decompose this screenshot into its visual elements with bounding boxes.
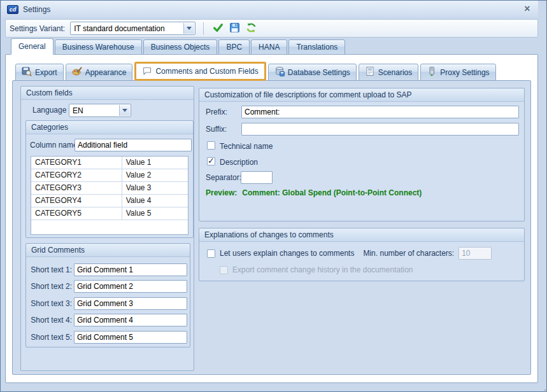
categories-table: CATEGORY1 Value 1 CATEGORY2 Value 2 CATE… [31,156,188,235]
category-cell[interactable]: CATEGORY2 [31,169,122,181]
table-row[interactable]: CATEGORY1 Value 1 [31,157,188,169]
tab-appearance-label: Appearance [85,68,127,77]
explanations-group: Explanations of changes to comments Let … [199,228,525,281]
technical-name-checkbox[interactable] [207,141,215,150]
short-text-5-input[interactable] [74,331,187,344]
refresh-icon [246,22,257,35]
short-text-1-input[interactable] [74,263,187,276]
separator-label: Separator: [206,173,241,182]
prefix-label: Prefix: [206,108,227,116]
save-button[interactable] [226,21,243,36]
customization-group: Customization of file descriptions for c… [199,88,525,221]
tab-export[interactable]: Export [15,64,64,81]
let-users-explain-checkbox[interactable] [207,249,215,258]
refresh-button[interactable] [243,21,259,36]
category-cell[interactable]: CATEGORY5 [31,207,122,220]
column-name-input[interactable] [75,139,192,151]
technical-name-label: Technical name [220,142,273,151]
appearance-icon [72,66,82,78]
table-row[interactable]: CATEGORY3 Value 3 [31,182,188,195]
table-row[interactable]: CATEGORY5 Value 5 [31,207,188,220]
category-cell[interactable]: CATEGORY3 [31,182,122,194]
categories-group-title: Categories [26,121,193,134]
export-history-label: Export comment change history in the doc… [232,265,413,274]
short-text-5-label: Short text 5: [29,333,72,342]
tab-translations[interactable]: Translations [288,39,345,55]
language-label: Language [32,106,66,115]
let-users-explain-label: Let users explain changes to comments [220,249,354,258]
short-text-1-label: Short text 1: [29,265,72,274]
tab-comments-and-custom-fields[interactable]: Comments and Custom Fields [134,62,266,81]
chevron-down-icon[interactable] [183,23,194,34]
preview-line: Preview:Comment: Global Spend (Point-to-… [206,188,422,197]
comments-icon [142,66,152,78]
close-icon[interactable]: × [520,3,534,15]
value-cell[interactable]: Value 3 [122,182,188,194]
short-text-4-input[interactable] [74,314,187,326]
settings-variant-value: IT standard documentation [74,24,165,33]
short-text-3-label: Short text 3: [29,299,72,308]
min-characters-input [458,247,492,260]
tab-scenarios[interactable]: Scenarios [359,64,418,81]
short-text-2-label: Short text 2: [29,282,72,291]
tab-scenarios-label: Scenarios [378,68,412,77]
chevron-down-icon[interactable] [119,105,130,116]
description-label: Description [220,158,258,167]
tab-hana[interactable]: HANA [251,39,287,55]
proxy-icon [427,66,437,78]
settings-variant-toolbar: Settings Variant: IT standard documentat… [5,19,538,38]
language-value: EN [73,106,83,115]
main-tab-strip: General Business Warehouse Business Obje… [11,38,345,55]
custom-fields-group-title: Custom fields [21,87,194,100]
tab-appearance[interactable]: Appearance [66,64,133,81]
export-history-checkbox [220,266,228,274]
tab-proxy-settings-label: Proxy Settings [440,68,489,77]
tab-business-warehouse[interactable]: Business Warehouse [55,39,142,55]
category-cell[interactable]: CATEGORY4 [31,195,122,207]
customization-group-title: Customization of file descriptions for c… [199,88,524,102]
tab-comments-label: Comments and Custom Fields [155,67,258,76]
value-cell[interactable]: Value 1 [122,157,188,169]
categories-group: Categories Column name: CATEGORY1 Value … [25,120,194,238]
tab-business-objects[interactable]: Business Objects [143,39,218,55]
value-cell[interactable]: Value 4 [122,195,188,207]
table-row[interactable]: CATEGORY4 Value 4 [31,195,188,207]
settings-variant-combobox[interactable]: IT standard documentation [70,22,195,35]
resize-grip[interactable] [542,387,543,388]
prefix-input[interactable] [241,106,519,118]
description-checkbox[interactable] [207,157,215,165]
short-text-3-input[interactable] [74,297,187,310]
tab-proxy-settings[interactable]: Proxy Settings [420,64,495,81]
export-icon [22,66,32,78]
table-row[interactable]: CATEGORY2 Value 2 [31,169,188,182]
min-characters-label: Min. number of characters: [363,249,454,258]
inner-tab-strip: Export Appearance Comments and Custom Fi… [15,62,496,81]
separator-input[interactable] [241,171,273,184]
suffix-label: Suffix: [206,125,227,134]
toolbar-separator [203,22,204,35]
check-icon [213,22,224,35]
explanations-group-title: Explanations of changes to comments [199,228,524,242]
language-combobox[interactable]: EN [69,104,131,117]
scenarios-icon [365,66,375,78]
tab-general[interactable]: General [11,38,53,55]
titlebar: cd Settings × [1,1,538,18]
tab-bpc[interactable]: BPC [218,39,250,55]
save-icon [229,22,240,35]
suffix-input[interactable] [241,123,519,136]
custom-fields-group: Custom fields Language EN Categories Col… [20,86,194,371]
comments-tab-page: Custom fields Language EN Categories Col… [12,80,531,375]
grid-comments-group: Grid Comments Short text 1: Short text 2… [25,243,190,347]
let-users-row: Let users explain changes to comments Mi… [207,247,519,260]
short-text-2-input[interactable] [74,280,187,293]
settings-window: cd Settings × Settings Variant: IT stand… [0,0,547,392]
app-logo-icon: cd [7,5,18,14]
value-cell[interactable]: Value 5 [122,207,188,220]
confirm-button[interactable] [210,21,226,36]
category-cell[interactable]: CATEGORY1 [31,157,122,169]
short-text-4-label: Short text 4: [29,316,72,325]
tab-database-settings[interactable]: Database Settings [268,64,357,81]
grid-comments-group-title: Grid Comments [26,244,190,257]
value-cell[interactable]: Value 2 [122,169,188,181]
database-icon [274,66,285,78]
